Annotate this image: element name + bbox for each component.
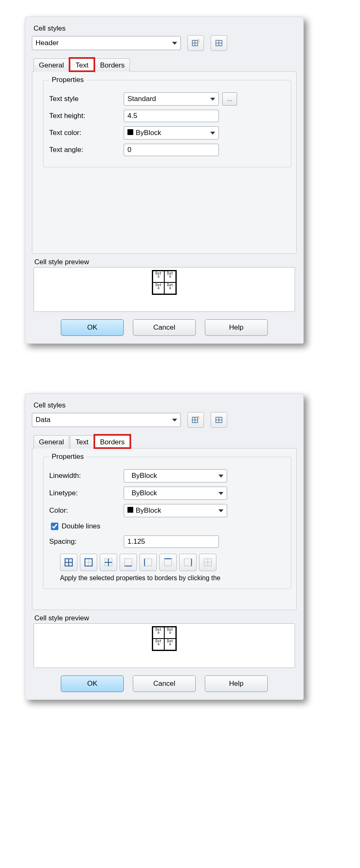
tab-general[interactable]: General [34, 58, 69, 72]
svg-rect-25 [125, 559, 132, 566]
color-label: Color: [49, 506, 124, 515]
linetype-label: Linetype: [49, 489, 124, 497]
linewidth-value: ByBlock [127, 472, 157, 480]
preview-box: Dat aDat aDat aDat a [34, 623, 295, 668]
cell-style-dropdown-value: Header [36, 39, 59, 47]
preview-box: Dat aDat aDat aDat a [34, 267, 295, 312]
color-swatch-icon [127, 129, 133, 135]
text-color-label: Text color: [49, 129, 124, 137]
linetype-dropdown[interactable]: ByBlock [124, 487, 227, 500]
chevron-down-icon [210, 132, 215, 135]
border-left-icon [144, 558, 153, 567]
ok-button[interactable]: OK [61, 675, 124, 692]
text-color-dropdown[interactable]: ByBlock [124, 126, 219, 140]
cell-styles-dialog-borders: Cell styles Data General Text Bord [25, 393, 304, 700]
border-all-button[interactable] [60, 554, 77, 571]
panel-spacer [36, 589, 293, 606]
button-bar: OK Cancel Help [32, 319, 297, 336]
tab-general[interactable]: General [34, 435, 69, 448]
text-height-input[interactable]: 4.5 [124, 110, 219, 122]
chevron-down-icon [218, 492, 223, 495]
spacing-value: 1.125 [127, 538, 145, 546]
properties-group: Properties Text style Standard ... Text … [43, 76, 291, 167]
preview-sample-icon: Dat aDat aDat aDat a [152, 626, 177, 651]
chevron-down-icon [210, 98, 215, 101]
border-bottom-button[interactable] [120, 554, 137, 571]
svg-point-11 [198, 416, 199, 418]
cancel-button[interactable]: Cancel [133, 675, 196, 692]
text-angle-input[interactable]: 0 [124, 144, 219, 156]
new-style-button[interactable] [187, 35, 204, 51]
svg-point-4 [199, 41, 200, 42]
double-lines-label: Double lines [62, 522, 101, 530]
text-height-value: 4.5 [127, 112, 137, 120]
svg-rect-27 [144, 559, 152, 566]
chevron-down-icon [172, 42, 177, 45]
tab-borders[interactable]: Borders [95, 58, 130, 72]
border-presets-row [60, 554, 286, 571]
cell-styles-label: Cell styles [34, 401, 297, 410]
panel-spacer [36, 167, 293, 250]
spacing-input[interactable]: 1.125 [124, 535, 219, 548]
tabstrip: General Text Borders [32, 435, 297, 448]
chevron-down-icon [172, 419, 177, 422]
text-style-value: Standard [127, 95, 156, 103]
svg-point-12 [199, 418, 200, 419]
border-right-button[interactable] [179, 554, 197, 571]
border-all-icon [64, 558, 73, 567]
table-icon [214, 39, 223, 48]
svg-rect-31 [184, 559, 192, 566]
tab-panel: Properties Text style Standard ... Text … [32, 71, 297, 254]
preview-label: Cell style preview [34, 258, 297, 266]
border-outer-button[interactable] [80, 554, 97, 571]
properties-group: Properties Linewidth: ByBlock Linetype: … [43, 453, 291, 589]
border-top-icon [163, 558, 173, 567]
border-top-button[interactable] [159, 554, 177, 571]
cell-style-dropdown-value: Data [36, 416, 50, 424]
double-lines-checkbox[interactable] [51, 523, 58, 530]
preview-sample-icon: Dat aDat aDat aDat a [152, 270, 177, 295]
manage-style-button[interactable] [211, 35, 227, 51]
cancel-button[interactable]: Cancel [133, 319, 196, 336]
linewidth-label: Linewidth: [49, 472, 124, 480]
text-angle-value: 0 [127, 146, 131, 154]
linewidth-dropdown[interactable]: ByBlock [124, 469, 227, 482]
border-bottom-icon [124, 558, 133, 567]
cell-style-dropdown[interactable]: Data [32, 413, 181, 427]
border-none-button[interactable] [199, 554, 216, 571]
table-sparkle-icon [191, 39, 200, 48]
border-inner-icon [104, 558, 113, 567]
cell-styles-label: Cell styles [34, 24, 297, 33]
chevron-down-icon [218, 475, 223, 477]
help-button[interactable]: Help [205, 319, 268, 336]
new-style-button[interactable] [187, 412, 204, 428]
border-hint: Apply the selected properties to borders… [60, 574, 283, 582]
table-sparkle-icon [191, 415, 200, 424]
color-value: ByBlock [127, 506, 161, 515]
color-dropdown[interactable]: ByBlock [124, 504, 227, 517]
spacing-label: Spacing: [49, 538, 124, 546]
manage-style-button[interactable] [211, 412, 227, 428]
cell-style-dropdown[interactable]: Header [32, 36, 181, 50]
help-button[interactable]: Help [205, 675, 268, 692]
border-left-button[interactable] [139, 554, 157, 571]
cell-styles-dialog-text: Cell styles Header General Text Bo [25, 17, 304, 344]
text-style-dropdown[interactable]: Standard [124, 92, 219, 106]
text-color-value: ByBlock [127, 129, 161, 137]
color-swatch-icon [127, 507, 133, 513]
svg-point-3 [198, 39, 199, 41]
preview-label: Cell style preview [34, 614, 297, 622]
properties-legend: Properties [49, 453, 86, 461]
tab-borders[interactable]: Borders [95, 435, 130, 448]
text-height-label: Text height: [49, 112, 124, 120]
linetype-value: ByBlock [127, 489, 157, 497]
border-inner-button[interactable] [100, 554, 117, 571]
tab-text[interactable]: Text [70, 435, 94, 448]
tab-text[interactable]: Text [70, 58, 94, 72]
border-none-icon [203, 558, 212, 567]
text-angle-label: Text angle: [49, 146, 124, 154]
border-right-icon [183, 558, 192, 567]
ok-button[interactable]: OK [61, 319, 124, 336]
text-style-label: Text style [49, 95, 124, 103]
text-style-browse-button[interactable]: ... [222, 92, 237, 106]
